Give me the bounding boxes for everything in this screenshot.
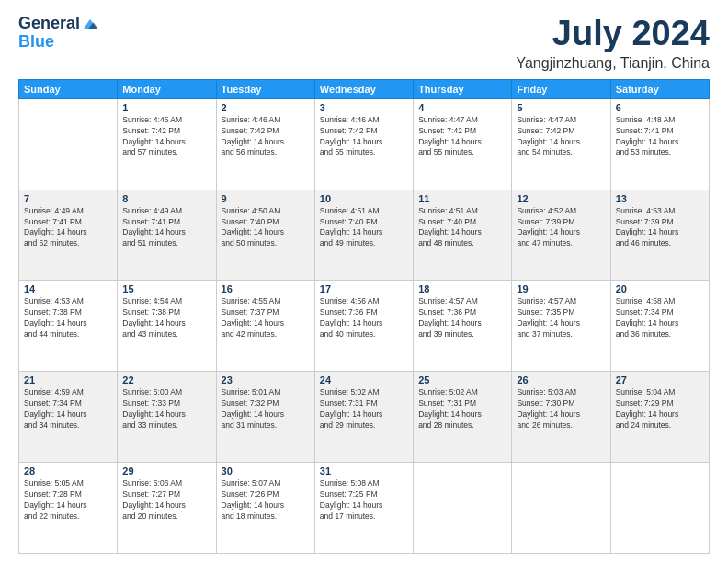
day-info: Sunrise: 5:02 AMSunset: 7:31 PMDaylight:… xyxy=(418,387,506,431)
day-info: Sunrise: 4:57 AMSunset: 7:35 PMDaylight:… xyxy=(517,296,605,340)
table-row: 23Sunrise: 5:01 AMSunset: 7:32 PMDayligh… xyxy=(216,372,314,463)
table-row: 21Sunrise: 4:59 AMSunset: 7:34 PMDayligh… xyxy=(19,372,118,463)
table-row: 14Sunrise: 4:53 AMSunset: 7:38 PMDayligh… xyxy=(19,281,118,372)
day-number: 22 xyxy=(122,374,210,385)
day-number: 30 xyxy=(222,465,310,477)
location-title: Yangjinzhuang, Tianjin, China xyxy=(516,55,710,72)
header-sunday: Sunday xyxy=(19,79,118,98)
header-wednesday: Wednesday xyxy=(314,79,413,98)
day-info: Sunrise: 4:51 AMSunset: 7:40 PMDaylight:… xyxy=(418,206,506,250)
day-number: 24 xyxy=(320,374,408,385)
title-block: July 2024 Yangjinzhuang, Tianjin, China xyxy=(516,15,710,72)
calendar-week-row: 1Sunrise: 4:45 AMSunset: 7:42 PMDaylight… xyxy=(19,98,710,190)
day-number: 15 xyxy=(122,283,210,294)
table-row: 17Sunrise: 4:56 AMSunset: 7:36 PMDayligh… xyxy=(314,281,413,372)
day-info: Sunrise: 4:47 AMSunset: 7:42 PMDaylight:… xyxy=(517,115,605,159)
day-info: Sunrise: 4:56 AMSunset: 7:36 PMDaylight:… xyxy=(320,296,408,340)
table-row: 13Sunrise: 4:53 AMSunset: 7:39 PMDayligh… xyxy=(610,190,709,281)
calendar-week-row: 28Sunrise: 5:05 AMSunset: 7:28 PMDayligh… xyxy=(19,463,710,554)
table-row: 18Sunrise: 4:57 AMSunset: 7:36 PMDayligh… xyxy=(414,281,512,372)
day-number: 18 xyxy=(418,283,506,294)
day-number: 10 xyxy=(320,193,408,204)
day-info: Sunrise: 5:04 AMSunset: 7:29 PMDaylight:… xyxy=(616,387,704,431)
table-row: 20Sunrise: 4:58 AMSunset: 7:34 PMDayligh… xyxy=(610,281,709,372)
day-number: 27 xyxy=(616,374,704,385)
day-number: 7 xyxy=(24,193,112,204)
day-number: 26 xyxy=(517,374,605,385)
table-row: 31Sunrise: 5:08 AMSunset: 7:25 PMDayligh… xyxy=(314,463,413,554)
day-info: Sunrise: 4:51 AMSunset: 7:40 PMDaylight:… xyxy=(320,206,408,250)
day-info: Sunrise: 4:47 AMSunset: 7:42 PMDaylight:… xyxy=(418,115,506,159)
calendar-week-row: 7Sunrise: 4:49 AMSunset: 7:41 PMDaylight… xyxy=(19,190,710,281)
day-info: Sunrise: 5:08 AMSunset: 7:25 PMDaylight:… xyxy=(320,478,408,523)
day-number: 8 xyxy=(122,193,210,204)
day-info: Sunrise: 4:46 AMSunset: 7:42 PMDaylight:… xyxy=(222,115,310,159)
day-number: 9 xyxy=(222,193,310,204)
day-number: 4 xyxy=(418,102,506,113)
logo: General Blue xyxy=(18,15,98,52)
day-info: Sunrise: 5:00 AMSunset: 7:33 PMDaylight:… xyxy=(122,387,210,431)
table-row: 7Sunrise: 4:49 AMSunset: 7:41 PMDaylight… xyxy=(19,190,118,281)
table-row xyxy=(19,98,118,190)
table-row: 1Sunrise: 4:45 AMSunset: 7:42 PMDaylight… xyxy=(118,98,216,190)
day-number: 14 xyxy=(24,283,112,294)
day-info: Sunrise: 4:49 AMSunset: 7:41 PMDaylight:… xyxy=(24,206,112,250)
day-info: Sunrise: 4:59 AMSunset: 7:34 PMDaylight:… xyxy=(24,387,112,431)
table-row: 16Sunrise: 4:55 AMSunset: 7:37 PMDayligh… xyxy=(216,281,314,372)
day-number: 23 xyxy=(222,374,310,385)
logo-general: General xyxy=(18,15,80,33)
table-row: 2Sunrise: 4:46 AMSunset: 7:42 PMDaylight… xyxy=(216,98,314,190)
day-number: 11 xyxy=(418,193,506,204)
table-row: 25Sunrise: 5:02 AMSunset: 7:31 PMDayligh… xyxy=(414,372,512,463)
table-row: 30Sunrise: 5:07 AMSunset: 7:26 PMDayligh… xyxy=(216,463,314,554)
day-info: Sunrise: 5:06 AMSunset: 7:27 PMDaylight:… xyxy=(122,478,210,523)
day-number: 6 xyxy=(616,102,704,113)
table-row: 12Sunrise: 4:52 AMSunset: 7:39 PMDayligh… xyxy=(512,190,610,281)
table-row xyxy=(512,463,610,554)
table-row: 15Sunrise: 4:54 AMSunset: 7:38 PMDayligh… xyxy=(118,281,216,372)
day-info: Sunrise: 4:55 AMSunset: 7:37 PMDaylight:… xyxy=(222,296,310,340)
table-row: 29Sunrise: 5:06 AMSunset: 7:27 PMDayligh… xyxy=(118,463,216,554)
calendar-header-row: Sunday Monday Tuesday Wednesday Thursday… xyxy=(19,79,710,98)
header-tuesday: Tuesday xyxy=(216,79,314,98)
day-info: Sunrise: 4:52 AMSunset: 7:39 PMDaylight:… xyxy=(517,206,605,250)
day-number: 13 xyxy=(616,193,704,204)
table-row: 9Sunrise: 4:50 AMSunset: 7:40 PMDaylight… xyxy=(216,190,314,281)
table-row: 8Sunrise: 4:49 AMSunset: 7:41 PMDaylight… xyxy=(118,190,216,281)
day-number: 1 xyxy=(122,102,210,113)
day-info: Sunrise: 4:45 AMSunset: 7:42 PMDaylight:… xyxy=(122,115,210,159)
day-number: 29 xyxy=(122,465,210,477)
header-thursday: Thursday xyxy=(414,79,512,98)
table-row: 3Sunrise: 4:46 AMSunset: 7:42 PMDaylight… xyxy=(314,98,413,190)
day-number: 25 xyxy=(418,374,506,385)
day-info: Sunrise: 4:58 AMSunset: 7:34 PMDaylight:… xyxy=(616,296,704,340)
table-row: 22Sunrise: 5:00 AMSunset: 7:33 PMDayligh… xyxy=(118,372,216,463)
calendar-week-row: 14Sunrise: 4:53 AMSunset: 7:38 PMDayligh… xyxy=(19,281,710,372)
day-info: Sunrise: 5:05 AMSunset: 7:28 PMDaylight:… xyxy=(24,478,112,523)
table-row: 6Sunrise: 4:48 AMSunset: 7:41 PMDaylight… xyxy=(610,98,709,190)
day-info: Sunrise: 5:01 AMSunset: 7:32 PMDaylight:… xyxy=(222,387,310,431)
day-info: Sunrise: 4:57 AMSunset: 7:36 PMDaylight:… xyxy=(418,296,506,340)
day-info: Sunrise: 4:53 AMSunset: 7:38 PMDaylight:… xyxy=(24,296,112,340)
day-number: 28 xyxy=(24,465,112,477)
header: General Blue July 2024 Yangjinzhuang, Ti… xyxy=(18,15,710,72)
table-row: 4Sunrise: 4:47 AMSunset: 7:42 PMDaylight… xyxy=(414,98,512,190)
logo-icon xyxy=(82,17,98,30)
header-friday: Friday xyxy=(512,79,610,98)
table-row: 5Sunrise: 4:47 AMSunset: 7:42 PMDaylight… xyxy=(512,98,610,190)
page: General Blue July 2024 Yangjinzhuang, Ti… xyxy=(0,0,728,563)
logo-blue: Blue xyxy=(18,33,54,52)
table-row: 10Sunrise: 4:51 AMSunset: 7:40 PMDayligh… xyxy=(314,190,413,281)
day-info: Sunrise: 4:46 AMSunset: 7:42 PMDaylight:… xyxy=(320,115,408,159)
month-title: July 2024 xyxy=(516,15,710,53)
calendar-week-row: 21Sunrise: 4:59 AMSunset: 7:34 PMDayligh… xyxy=(19,372,710,463)
table-row xyxy=(610,463,709,554)
day-number: 19 xyxy=(517,283,605,294)
table-row xyxy=(414,463,512,554)
day-number: 12 xyxy=(517,193,605,204)
day-info: Sunrise: 4:48 AMSunset: 7:41 PMDaylight:… xyxy=(616,115,704,159)
day-number: 2 xyxy=(222,102,310,113)
day-info: Sunrise: 4:53 AMSunset: 7:39 PMDaylight:… xyxy=(616,206,704,250)
day-info: Sunrise: 5:02 AMSunset: 7:31 PMDaylight:… xyxy=(320,387,408,431)
table-row: 27Sunrise: 5:04 AMSunset: 7:29 PMDayligh… xyxy=(610,372,709,463)
